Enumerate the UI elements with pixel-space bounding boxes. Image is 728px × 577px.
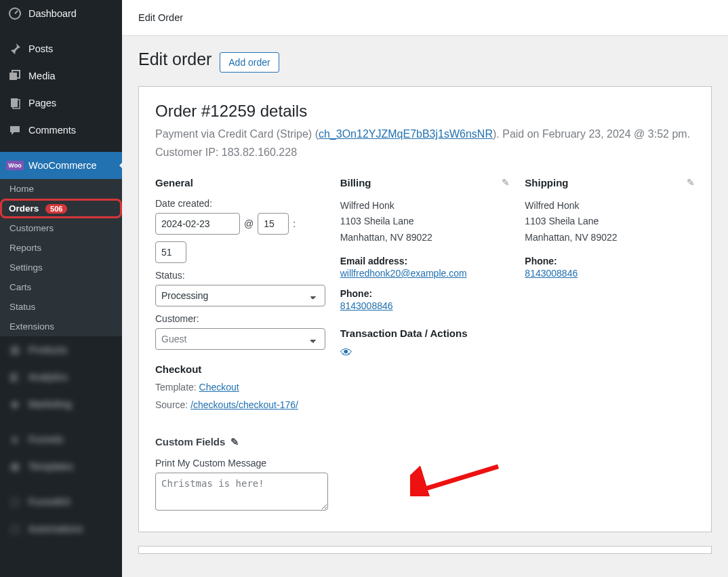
sidebar-label: Media xyxy=(28,71,56,81)
sidebar-item-comments[interactable]: Comments xyxy=(0,117,122,144)
date-created-label: Date created: xyxy=(155,198,325,209)
top-bar: Edit Order xyxy=(122,0,728,36)
breadcrumb: Edit Order xyxy=(138,12,183,23)
status-label: Status: xyxy=(155,270,325,281)
shipping-phone-link[interactable]: 8143008846 xyxy=(525,268,578,279)
billing-column: Billing ✎ Wilfred Honk 1103 Sheila Lane … xyxy=(340,177,510,417)
edit-billing-icon[interactable]: ✎ xyxy=(502,177,510,188)
custom-fields-heading: Custom Fields ✎ xyxy=(155,436,695,448)
dashboard-icon xyxy=(8,7,22,20)
transaction-link[interactable]: ch_3On12YJZMqE7bB3j1sW6nsNR xyxy=(319,128,493,140)
sidebar-sub-status[interactable]: Status xyxy=(0,297,122,317)
sidebar-label: WooCommerce xyxy=(28,160,96,171)
page-title: Edit order xyxy=(138,49,211,69)
date-input[interactable] xyxy=(155,213,240,235)
shipping-column: Shipping ✎ Wilfred Honk 1103 Sheila Lane… xyxy=(525,177,695,417)
media-icon xyxy=(8,69,22,83)
sidebar-blurred-section: ▦Products ◧Analytics ◆Marketing ◈Funnels… xyxy=(0,336,122,542)
sidebar-item-pages[interactable]: Pages xyxy=(0,89,122,117)
sidebar-sub-settings[interactable]: Settings xyxy=(0,258,122,277)
ship-phone-heading: Phone: xyxy=(525,256,695,266)
order-details-box: Order #12259 details Payment via Credit … xyxy=(138,86,712,532)
status-select[interactable]: Processing xyxy=(155,285,325,306)
shipping-heading: Shipping xyxy=(525,177,568,188)
sidebar-label: Comments xyxy=(28,125,76,136)
billing-heading: Billing xyxy=(340,177,371,188)
order-subheading: Payment via Credit Card (Stripe) (ch_3On… xyxy=(155,125,695,161)
woocommerce-icon: Woo xyxy=(8,159,22,172)
sidebar-sub-extensions[interactable]: Extensions xyxy=(0,317,122,336)
customer-select[interactable]: Guest xyxy=(155,328,325,350)
main-content: Edit Order Edit order Add order Order #1… xyxy=(122,0,728,577)
billing-email-link[interactable]: willfredhonk20@example.com xyxy=(340,268,467,279)
sidebar-item-woocommerce[interactable]: Woo WooCommerce xyxy=(0,152,122,179)
custom-message-textarea[interactable] xyxy=(155,473,328,511)
email-heading: Email address: xyxy=(340,256,510,266)
edit-shipping-icon[interactable]: ✎ xyxy=(687,177,695,188)
minute-input[interactable] xyxy=(155,241,186,263)
general-column: General Date created: @ : Status: xyxy=(155,177,325,417)
woocommerce-submenu: Home Orders 506 Customers Reports Settin… xyxy=(0,179,122,336)
svg-line-6 xyxy=(418,466,498,491)
checkout-heading: Checkout xyxy=(155,363,325,375)
edit-custom-fields-icon[interactable]: ✎ xyxy=(230,436,239,448)
template-link[interactable]: Checkout xyxy=(199,382,239,393)
hour-input[interactable] xyxy=(258,213,289,235)
sidebar-label: Dashboard xyxy=(28,8,77,19)
source-link[interactable]: /checkouts/checkout-176/ xyxy=(190,399,298,410)
sidebar-label: Pages xyxy=(28,98,56,108)
next-box xyxy=(138,546,712,554)
sidebar-sub-label: Orders xyxy=(9,203,39,214)
custom-field-label: Print My Custom Message xyxy=(155,458,695,469)
sidebar-sub-orders[interactable]: Orders 506 xyxy=(0,199,122,218)
sidebar-label: Posts xyxy=(28,43,53,54)
shipping-address: Wilfred Honk 1103 Sheila Lane Manhattan,… xyxy=(525,198,695,246)
phone-heading: Phone: xyxy=(340,288,510,299)
general-heading: General xyxy=(155,177,193,188)
transaction-heading: Transaction Data / Actions xyxy=(340,327,510,339)
sidebar-item-media[interactable]: Media xyxy=(0,62,122,89)
sidebar-item-posts[interactable]: Posts xyxy=(0,35,122,62)
pages-icon xyxy=(8,96,22,110)
eye-icon[interactable]: 👁 xyxy=(340,346,352,359)
billing-phone-link[interactable]: 8143008846 xyxy=(340,300,393,311)
pin-icon xyxy=(8,42,22,56)
order-heading: Order #12259 details xyxy=(155,102,695,121)
comments-icon xyxy=(8,123,22,137)
sidebar-sub-home[interactable]: Home xyxy=(0,179,122,199)
sidebar-sub-reports[interactable]: Reports xyxy=(0,238,122,258)
billing-address: Wilfred Honk 1103 Sheila Lane Manhattan,… xyxy=(340,198,510,246)
orders-count-badge: 506 xyxy=(45,204,67,214)
sidebar-sub-customers[interactable]: Customers xyxy=(0,218,122,238)
sidebar-sub-carts[interactable]: Carts xyxy=(0,277,122,297)
svg-rect-1 xyxy=(9,73,17,80)
customer-label: Customer: xyxy=(155,313,325,324)
admin-sidebar: Dashboard Posts Media Pages Comments Woo… xyxy=(0,0,122,577)
add-order-button[interactable]: Add order xyxy=(220,52,279,73)
sidebar-item-dashboard[interactable]: Dashboard xyxy=(0,0,122,27)
